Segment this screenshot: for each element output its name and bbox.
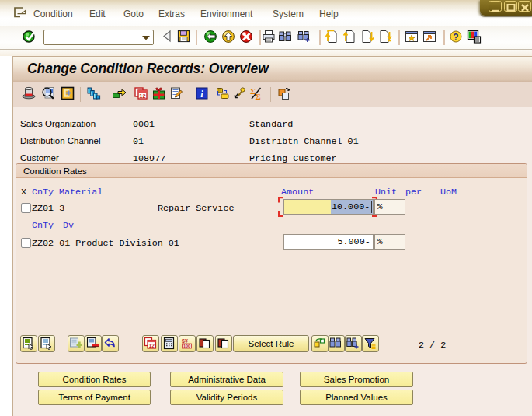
svg-text:?: ? (453, 32, 458, 43)
svg-text:12: 12 (139, 93, 145, 100)
svg-text:100: 100 (183, 344, 190, 348)
svg-text:12: 12 (149, 342, 155, 348)
svg-text:i: i (200, 89, 203, 100)
